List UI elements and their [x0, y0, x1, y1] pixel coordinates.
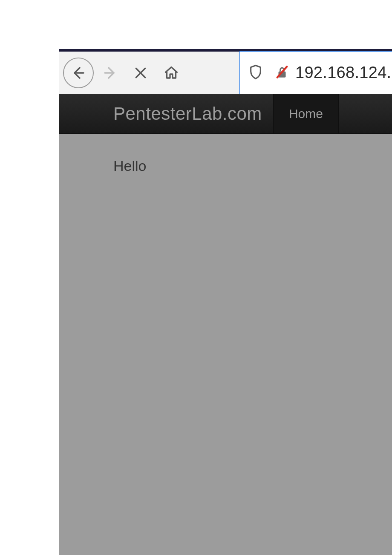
nav-link-label: Home — [289, 107, 323, 121]
browser-toolbar: 192.168.124.1 — [59, 52, 392, 94]
forward-button[interactable] — [95, 58, 125, 88]
insecure-lock-icon[interactable] — [275, 64, 289, 82]
home-button[interactable] — [156, 58, 187, 88]
arrow-right-icon — [102, 65, 118, 81]
home-icon — [164, 65, 179, 81]
address-bar[interactable]: 192.168.124.1 — [239, 51, 392, 94]
nav-link-home[interactable]: Home — [273, 94, 339, 133]
site-brand[interactable]: PentesterLab.com — [113, 104, 262, 124]
arrow-left-icon — [71, 65, 86, 81]
page-content: Hello — [59, 134, 392, 555]
back-button[interactable] — [63, 58, 94, 88]
shield-icon[interactable] — [248, 64, 263, 82]
browser-window: 192.168.124.1 PentesterLab.com Home Hell… — [59, 49, 392, 555]
site-navbar: PentesterLab.com Home — [59, 94, 392, 134]
url-text[interactable]: 192.168.124.1 — [295, 64, 392, 82]
close-icon — [134, 66, 147, 80]
greeting-text: Hello — [113, 158, 392, 174]
stop-button[interactable] — [125, 58, 156, 88]
brand-area: PentesterLab.com — [59, 94, 273, 133]
